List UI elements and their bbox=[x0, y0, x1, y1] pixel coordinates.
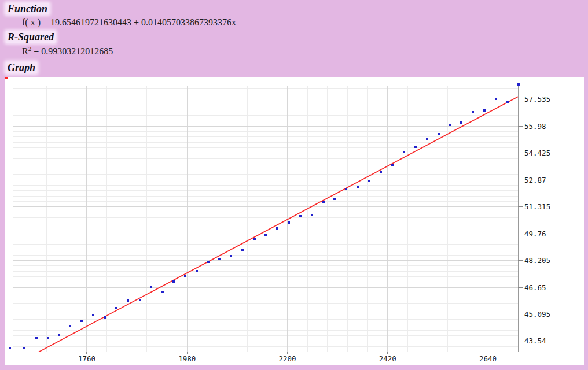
r-squared-number: = 0.99303212012685 bbox=[34, 46, 113, 56]
y-tick-label: 55.98 bbox=[524, 122, 546, 131]
scatter-plot[interactable]: 1760198022002420264043.5445.09546.6548.2… bbox=[5, 77, 584, 365]
x-tick-label: 1760 bbox=[78, 354, 95, 363]
data-point bbox=[264, 234, 267, 236]
data-point bbox=[426, 138, 428, 140]
data-point bbox=[460, 121, 462, 124]
data-point bbox=[23, 347, 25, 349]
x-tick-label: 1980 bbox=[178, 354, 196, 363]
data-point bbox=[438, 133, 440, 135]
graph-heading: Graph bbox=[6, 62, 588, 73]
x-tick-label: 2640 bbox=[479, 354, 497, 363]
data-point bbox=[196, 270, 198, 272]
data-point bbox=[414, 146, 417, 148]
r-exponent: 2 bbox=[28, 45, 32, 52]
data-point bbox=[288, 221, 290, 224]
data-point bbox=[230, 255, 232, 257]
data-point bbox=[9, 347, 11, 349]
corner-mark bbox=[5, 77, 8, 79]
graph-panel: 1760198022002420264043.5445.09546.6548.2… bbox=[5, 77, 584, 365]
data-point bbox=[241, 249, 244, 251]
data-point bbox=[184, 275, 186, 278]
data-point bbox=[403, 151, 405, 153]
data-point bbox=[150, 286, 152, 288]
data-point bbox=[380, 171, 382, 173]
y-tick-label: 45.095 bbox=[524, 310, 550, 319]
data-point bbox=[35, 337, 38, 339]
data-point bbox=[391, 164, 394, 166]
data-point bbox=[115, 307, 117, 309]
y-tick-label: 51.315 bbox=[524, 202, 550, 211]
function-formula: f( x ) = 19.654619721630443 + 0.01405703… bbox=[22, 17, 588, 28]
data-point bbox=[495, 98, 497, 100]
x-tick-label: 2420 bbox=[379, 354, 396, 363]
data-point bbox=[207, 261, 210, 263]
data-point bbox=[47, 337, 49, 339]
data-point bbox=[368, 180, 370, 182]
function-heading-label: Function bbox=[6, 3, 49, 14]
data-point bbox=[311, 214, 313, 216]
data-point bbox=[333, 198, 336, 200]
data-point bbox=[276, 227, 278, 230]
data-point bbox=[345, 188, 347, 190]
y-tick-label: 46.65 bbox=[524, 283, 546, 292]
data-point bbox=[253, 238, 256, 240]
data-point bbox=[80, 320, 83, 322]
data-point bbox=[322, 201, 325, 204]
data-point bbox=[218, 258, 220, 260]
data-point bbox=[104, 316, 106, 319]
y-tick-label: 48.205 bbox=[524, 256, 550, 265]
fit-report: Function f( x ) = 19.654619721630443 + 0… bbox=[0, 0, 588, 73]
y-tick-label: 57.535 bbox=[524, 95, 550, 103]
data-point bbox=[69, 325, 71, 327]
r-symbol: R bbox=[22, 46, 28, 56]
data-point bbox=[58, 334, 60, 336]
data-point bbox=[449, 124, 451, 126]
function-heading: Function bbox=[6, 3, 588, 14]
data-point bbox=[172, 280, 175, 283]
r-squared-heading-label: R-Squared bbox=[6, 31, 56, 43]
data-point bbox=[127, 299, 129, 302]
r-squared-heading: R-Squared bbox=[6, 31, 588, 43]
y-tick-label: 52.87 bbox=[524, 176, 546, 184]
data-point bbox=[357, 186, 359, 188]
data-point bbox=[472, 111, 474, 113]
data-point bbox=[517, 83, 520, 86]
data-point bbox=[506, 101, 509, 103]
data-point bbox=[483, 109, 486, 112]
data-point bbox=[161, 291, 164, 293]
y-tick-label: 43.54 bbox=[524, 336, 546, 345]
data-point bbox=[92, 314, 94, 316]
data-point bbox=[299, 215, 302, 217]
data-point bbox=[139, 299, 141, 301]
r-squared-value: R2= 0.99303212012685 bbox=[22, 46, 588, 57]
graph-heading-label: Graph bbox=[6, 62, 37, 73]
y-tick-label: 49.76 bbox=[524, 230, 546, 238]
y-tick-label: 54.425 bbox=[524, 149, 550, 157]
x-tick-label: 2200 bbox=[278, 354, 296, 363]
